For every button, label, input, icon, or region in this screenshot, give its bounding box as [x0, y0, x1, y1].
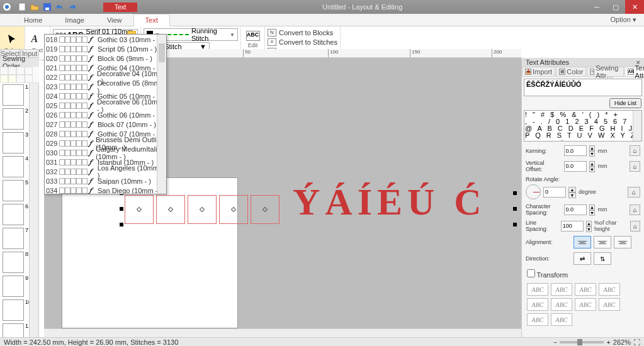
- transform-preset[interactable]: ABC: [527, 313, 548, 326]
- tab-sewing[interactable]: ≡Sewing Attr…: [587, 67, 623, 77]
- align-left-button[interactable]: [573, 236, 591, 248]
- tool-btn[interactable]: [0, 67, 8, 75]
- font-option[interactable]: 026𝑓Gothic 06 (10mm - ): [45, 110, 166, 120]
- transform-preset[interactable]: ABC: [575, 298, 596, 311]
- kerning-input[interactable]: [564, 145, 587, 156]
- spinner-buttons[interactable]: ▲▼: [589, 145, 596, 156]
- option-menu[interactable]: Option ▾: [603, 14, 644, 26]
- transform-preset[interactable]: ABC: [551, 313, 572, 326]
- tab-text[interactable]: Text: [133, 14, 170, 26]
- redo-icon[interactable]: [67, 1, 78, 13]
- resize-handle[interactable]: [513, 191, 517, 195]
- reset-icon[interactable]: ⌂: [628, 187, 640, 198]
- thumbnail-row[interactable]: 5👁: [0, 179, 38, 203]
- spinner-buttons[interactable]: ▲▼: [568, 187, 576, 198]
- hide-list-button[interactable]: Hide List: [609, 98, 641, 108]
- resize-handle[interactable]: [120, 223, 123, 226]
- convert-to-stitches[interactable]: ≡Convert to Stitches: [268, 37, 337, 47]
- rotate-input[interactable]: [543, 187, 566, 198]
- direction-horizontal-button[interactable]: ⇄: [573, 252, 591, 265]
- open-file-icon[interactable]: [29, 1, 40, 13]
- thumbnail-row[interactable]: 8👁: [0, 250, 38, 274]
- voffset-input[interactable]: [564, 161, 587, 172]
- save-icon[interactable]: [42, 1, 53, 13]
- selection-box[interactable]: [121, 193, 515, 225]
- scrollbar[interactable]: [633, 111, 641, 141]
- thumbnail-row[interactable]: 11👁: [0, 322, 38, 337]
- thumbnail-row[interactable]: 7👁: [0, 226, 38, 250]
- sewing-order-thumbnails[interactable]: 1👁2👁3👁4👁5👁6👁7👁8👁9👁10👁11👁: [0, 83, 39, 337]
- font-option[interactable]: 019𝑓Script 05 (10mm - ): [45, 44, 166, 53]
- transform-checkbox[interactable]: Transform: [527, 272, 568, 279]
- reset-icon[interactable]: ⌂: [630, 221, 640, 232]
- thumbnail-row[interactable]: 4👁: [0, 155, 38, 179]
- new-file-icon[interactable]: [16, 1, 28, 13]
- undo-icon[interactable]: [54, 1, 65, 13]
- lock-icon[interactable]: [8, 75, 16, 83]
- tab-import[interactable]: 📥Import: [522, 67, 555, 77]
- zoom-out-icon[interactable]: −: [553, 338, 557, 346]
- thumbnail-row[interactable]: 3👁: [0, 131, 38, 155]
- tab-text-attr[interactable]: ABText Attribu…: [624, 67, 644, 77]
- font-option[interactable]: 020𝑓Block 06 (9mm - ): [45, 53, 166, 63]
- transform-preset[interactable]: ABC: [599, 298, 620, 311]
- close-button[interactable]: ✕: [625, 0, 644, 14]
- tool-btn[interactable]: [0, 75, 8, 83]
- angle-dial-icon[interactable]: [526, 184, 541, 199]
- cspacing-input[interactable]: [564, 204, 587, 215]
- reset-icon[interactable]: ⌂: [630, 145, 640, 156]
- character-map[interactable]: ! " # $ % & ' ( ) * + , - . / 0 1 2 3 4 …: [524, 110, 642, 142]
- font-option[interactable]: 018𝑓Gothic 03 (10mm - ): [45, 35, 166, 44]
- transform-preset[interactable]: ABC: [551, 298, 572, 311]
- scrollbar[interactable]: [157, 35, 166, 194]
- thumbnail-row[interactable]: 2👁: [0, 107, 38, 131]
- tab-home[interactable]: Home: [13, 14, 54, 26]
- align-center-button[interactable]: [594, 236, 611, 248]
- thumbnail-row[interactable]: 9👁: [0, 274, 38, 298]
- tool-btn[interactable]: [25, 67, 33, 75]
- thumbnail-row[interactable]: 10👁: [0, 298, 38, 322]
- tab-view[interactable]: View: [96, 14, 133, 26]
- minimize-button[interactable]: ─: [587, 0, 606, 14]
- maximize-button[interactable]: ▢: [606, 0, 625, 14]
- thumbnail-row[interactable]: 6👁: [0, 203, 38, 226]
- reset-icon[interactable]: ⌂: [630, 204, 640, 215]
- zoom-fit-icon[interactable]: ⛶: [633, 338, 640, 346]
- font-option[interactable]: 033𝑓Saipan (10mm - ): [45, 176, 166, 186]
- font-option[interactable]: 030𝑓Calgary MediumItalic (10mm - ): [45, 148, 166, 157]
- transform-preset[interactable]: ABC: [599, 283, 620, 296]
- zoom-slider[interactable]: [560, 341, 604, 343]
- font-option[interactable]: 023𝑓Decorative 05 (8mm - ): [45, 82, 166, 91]
- scrollbar-horizontal[interactable]: [44, 328, 521, 337]
- font-option[interactable]: 027𝑓Block 07 (10mm - ): [45, 120, 166, 129]
- zoom-in-icon[interactable]: +: [606, 338, 610, 346]
- select-tool-icon[interactable]: [6, 33, 19, 46]
- align-right-button[interactable]: [614, 236, 631, 248]
- font-option[interactable]: 025𝑓Decorative 06 (10mm - ): [45, 101, 166, 110]
- spinner-buttons[interactable]: ▲▼: [589, 204, 596, 215]
- convert-to-blocks[interactable]: NConvert to Blocks: [268, 28, 337, 37]
- thumbnail-row[interactable]: 1👁: [0, 83, 38, 107]
- app-menu-button[interactable]: [0, 0, 14, 14]
- font-option[interactable]: 034𝑓San Diego (10mm - ): [45, 186, 166, 194]
- text-tool-icon[interactable]: A: [31, 33, 44, 46]
- spinner-buttons[interactable]: ▲▼: [589, 161, 596, 172]
- reset-icon[interactable]: ⌂: [630, 161, 640, 172]
- tool-btn[interactable]: [8, 67, 16, 75]
- resize-handle[interactable]: [513, 207, 517, 211]
- tool-btn[interactable]: [16, 67, 25, 75]
- direction-vertical-button[interactable]: ⇅: [594, 252, 611, 265]
- transform-preset[interactable]: ABC: [527, 283, 548, 296]
- transform-preset[interactable]: ABC: [575, 283, 596, 296]
- spinner-buttons[interactable]: ▲▼: [586, 221, 592, 232]
- tab-color[interactable]: ▦Color: [556, 67, 586, 77]
- lspacing-input[interactable]: [561, 221, 584, 232]
- resize-handle[interactable]: [513, 223, 517, 226]
- chevron-down-icon[interactable]: ▼: [230, 32, 235, 38]
- tab-image[interactable]: Image: [54, 14, 96, 26]
- font-option[interactable]: 032𝑓Los Angeles (10mm - ): [45, 167, 166, 176]
- transform-preset[interactable]: ABC: [527, 298, 548, 311]
- resize-handle[interactable]: [120, 207, 123, 211]
- text-content-input[interactable]: ĚŠČŘŽÝÁÍÉÚŮÓ: [524, 79, 642, 96]
- font-dropdown-list[interactable]: 018𝑓Gothic 03 (10mm - )019𝑓Script 05 (10…: [44, 34, 167, 194]
